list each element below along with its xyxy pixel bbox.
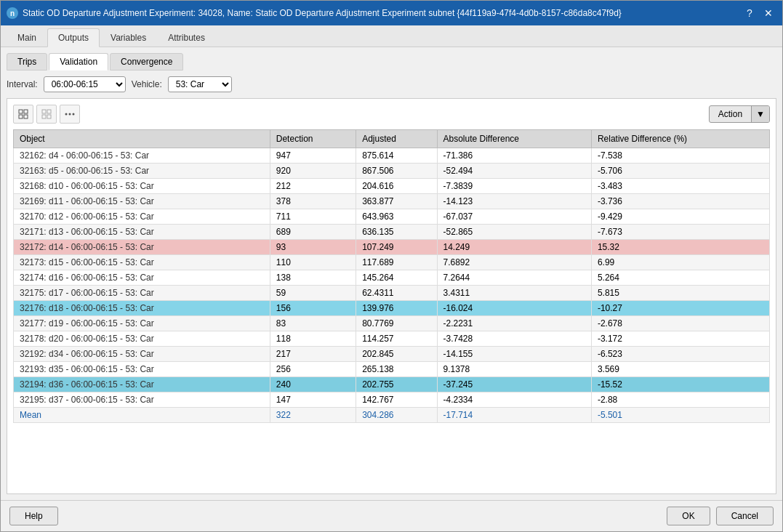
subtab-trips[interactable]: Trips xyxy=(7,53,47,70)
title-bar: n Static OD Departure Adjustment Experim… xyxy=(1,1,782,25)
table-row: 32170: d12 - 06:00-06:15 - 53: Car711643… xyxy=(14,209,770,225)
cancel-button[interactable]: Cancel xyxy=(716,507,774,525)
svg-point-8 xyxy=(65,113,68,116)
toolbar-btn-edit[interactable] xyxy=(36,105,57,124)
table-row: 32195: d37 - 06:00-06:15 - 53: Car147142… xyxy=(14,392,770,408)
help-button[interactable]: ? xyxy=(742,5,758,21)
svg-rect-2 xyxy=(19,115,23,118)
title-bar-left: n Static OD Departure Adjustment Experim… xyxy=(7,7,622,19)
table-row: 32162: d4 - 06:00-06:15 - 53: Car947875.… xyxy=(14,148,770,164)
col-reldiff: Relative Difference (%) xyxy=(591,130,769,148)
interval-label: Interval: xyxy=(7,79,38,89)
table-row: 32177: d19 - 06:00-06:15 - 53: Car8380.7… xyxy=(14,316,770,331)
tab-variables[interactable]: Variables xyxy=(100,28,157,47)
tab-outputs[interactable]: Outputs xyxy=(47,28,100,47)
interval-select[interactable]: 06:00-06:15 xyxy=(44,76,126,92)
main-window: n Static OD Departure Adjustment Experim… xyxy=(0,0,783,532)
controls-bar: Interval: 06:00-06:15 Vehicle: 53: Car xyxy=(7,76,776,92)
svg-point-10 xyxy=(73,113,75,116)
tab-attributes[interactable]: Attributes xyxy=(157,28,216,47)
window-title: Static OD Departure Adjustment Experimen… xyxy=(23,8,622,18)
close-button[interactable]: ✕ xyxy=(760,5,776,21)
sub-tabs: Trips Validation Convergence xyxy=(7,53,776,70)
toolbar-btn-dots[interactable] xyxy=(60,105,80,124)
col-object: Object xyxy=(14,130,270,148)
subtab-convergence[interactable]: Convergence xyxy=(110,53,183,70)
help-footer-button[interactable]: Help xyxy=(9,507,58,525)
svg-rect-5 xyxy=(47,110,51,113)
toolbar-left xyxy=(13,105,80,124)
svg-rect-7 xyxy=(47,115,51,118)
table-row: 32173: d15 - 06:00-06:15 - 53: Car110117… xyxy=(14,255,770,270)
table-row: 32171: d13 - 06:00-06:15 - 53: Car689636… xyxy=(14,225,770,240)
toolbar-btn-grid[interactable] xyxy=(13,105,33,124)
svg-point-9 xyxy=(69,113,71,116)
table-row: 32176: d18 - 06:00-06:15 - 53: Car156139… xyxy=(14,301,770,316)
toolbar: Action ▼ xyxy=(13,105,770,124)
data-table: Object Detection Adjusted Absolute Diffe… xyxy=(13,129,770,423)
svg-rect-6 xyxy=(42,115,46,118)
app-icon: n xyxy=(7,7,18,19)
table-row: Mean322304.286-17.714-5.501 xyxy=(14,408,770,423)
action-button[interactable]: Action ▼ xyxy=(709,105,770,123)
table-container: Action ▼ Object Detection Adjusted Absol… xyxy=(7,98,776,494)
table-row: 32172: d14 - 06:00-06:15 - 53: Car93107.… xyxy=(14,240,770,255)
svg-rect-1 xyxy=(24,110,28,113)
vehicle-label: Vehicle: xyxy=(132,79,162,89)
table-row: 32192: d34 - 06:00-06:15 - 53: Car217202… xyxy=(14,347,770,362)
table-row: 32169: d11 - 06:00-06:15 - 53: Car378363… xyxy=(14,194,770,209)
table-row: 32174: d16 - 06:00-06:15 - 53: Car138145… xyxy=(14,270,770,286)
table-row: 32168: d10 - 06:00-06:15 - 53: Car212204… xyxy=(14,179,770,194)
table-scroll[interactable]: Object Detection Adjusted Absolute Diffe… xyxy=(13,129,770,488)
title-controls: ? ✕ xyxy=(742,5,776,21)
table-row: 32175: d17 - 06:00-06:15 - 53: Car5962.4… xyxy=(14,286,770,301)
footer: Help OK Cancel xyxy=(1,500,782,531)
main-tabs: Main Outputs Variables Attributes xyxy=(1,25,782,47)
subtab-validation[interactable]: Validation xyxy=(49,53,108,70)
content-area: Trips Validation Convergence Interval: 0… xyxy=(1,47,782,500)
ok-button[interactable]: OK xyxy=(667,507,710,525)
svg-rect-3 xyxy=(24,115,28,118)
col-detection: Detection xyxy=(270,130,356,148)
col-adjusted: Adjusted xyxy=(356,130,437,148)
col-absdiff: Absolute Difference xyxy=(437,130,591,148)
table-row: 32193: d35 - 06:00-06:15 - 53: Car256265… xyxy=(14,362,770,377)
svg-rect-0 xyxy=(19,110,23,113)
svg-rect-4 xyxy=(42,110,46,113)
action-arrow-icon[interactable]: ▼ xyxy=(751,106,769,122)
table-row: 32178: d20 - 06:00-06:15 - 53: Car118114… xyxy=(14,331,770,347)
action-label: Action xyxy=(710,106,751,122)
vehicle-select[interactable]: 53: Car xyxy=(168,76,232,92)
table-row: 32163: d5 - 06:00-06:15 - 53: Car920867.… xyxy=(14,164,770,179)
table-row: 32194: d36 - 06:00-06:15 - 53: Car240202… xyxy=(14,377,770,392)
tab-main[interactable]: Main xyxy=(7,28,47,47)
